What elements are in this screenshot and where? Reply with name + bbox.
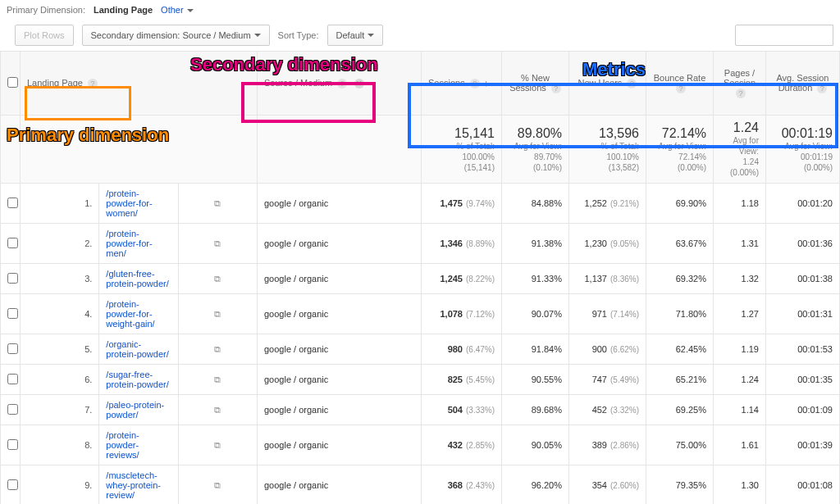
row-index: 4. — [21, 294, 99, 334]
source-medium-cell: google / organic — [258, 224, 422, 264]
pct-new-cell: 84.88% — [502, 184, 569, 224]
report-table: Landing Page ? Source / Medium ? ✕ Sessi… — [0, 51, 840, 504]
external-link-icon[interactable]: ⧉ — [214, 440, 221, 450]
external-link-icon[interactable]: ⧉ — [214, 375, 221, 384]
sessions-cell: 825(5.45%) — [422, 365, 502, 395]
table-row: 8./protein-powder-reviews/⧉google / orga… — [1, 425, 840, 465]
help-icon[interactable]: ? — [337, 79, 347, 89]
row-index: 2. — [21, 224, 99, 264]
pct-new-cell: 96.20% — [502, 465, 569, 505]
pct-new-sessions-header[interactable]: % New Sessions ? — [502, 52, 569, 116]
pages-session-header[interactable]: Pages / Session ? — [714, 52, 766, 116]
row-checkbox[interactable] — [7, 343, 18, 354]
row-checkbox[interactable] — [7, 273, 18, 284]
table-row: 4./protein-powder-for-weight-gain/⧉googl… — [1, 294, 840, 334]
row-checkbox[interactable] — [7, 198, 18, 208]
help-icon[interactable]: ? — [736, 89, 746, 98]
landing-page-link[interactable]: /muscletech-whey-protein-review/ — [106, 470, 161, 500]
primary-dimension-value[interactable]: Landing Page — [94, 5, 153, 15]
summary-sessions: 15,141 % of Total: 100.00% (15,141) — [422, 116, 502, 184]
new-users-header[interactable]: New Users ? — [569, 52, 646, 116]
bounce-rate-header[interactable]: Bounce Rate ? — [646, 52, 714, 116]
landing-page-link[interactable]: /paleo-protein-powder/ — [106, 400, 164, 420]
new-users-cell: 354(2.60%) — [569, 465, 646, 505]
summary-row: 15,141 % of Total: 100.00% (15,141) 89.8… — [1, 116, 840, 184]
chevron-down-icon — [187, 9, 194, 12]
pages-cell: 1.31 — [714, 224, 766, 264]
sessions-header[interactable]: Sessions ? ↓ — [422, 52, 502, 116]
search-box — [735, 25, 833, 46]
duration-cell: 00:01:39 — [766, 425, 840, 465]
row-checkbox[interactable] — [7, 439, 18, 450]
row-checkbox[interactable] — [7, 479, 18, 490]
external-link-icon[interactable]: ⧉ — [214, 480, 221, 490]
help-icon[interactable]: ? — [88, 79, 98, 89]
select-all-checkbox[interactable] — [7, 77, 18, 88]
chevron-down-icon — [254, 34, 261, 37]
search-input[interactable] — [735, 25, 833, 46]
landing-page-link[interactable]: /protein-powder-for-men/ — [106, 229, 152, 258]
source-medium-cell: google / organic — [258, 425, 422, 465]
avg-duration-header[interactable]: Avg. Session Duration ? — [766, 52, 840, 116]
sessions-cell: 980(6.47%) — [422, 334, 502, 365]
bounce-cell: 62.45% — [646, 334, 714, 365]
landing-page-link[interactable]: /sugar-free-protein-powder/ — [106, 370, 168, 389]
external-link-icon[interactable]: ⧉ — [214, 405, 221, 415]
sort-type-dropdown[interactable]: Default — [327, 25, 384, 46]
plot-rows-button[interactable]: Plot Rows — [15, 25, 74, 46]
pct-new-cell: 90.05% — [502, 425, 569, 465]
source-medium-cell: google / organic — [258, 365, 422, 395]
row-index: 7. — [21, 395, 99, 425]
remove-dimension-icon[interactable]: ✕ — [354, 79, 364, 89]
landing-page-link[interactable]: /protein-powder-for-weight-gain/ — [106, 299, 154, 329]
source-medium-cell: google / organic — [258, 465, 422, 505]
landing-page-link[interactable]: /protein-powder-for-women/ — [106, 188, 152, 218]
pct-new-cell: 91.84% — [502, 334, 569, 365]
table-row: 3./gluten-free-protein-powder/⧉google / … — [1, 264, 840, 294]
chevron-down-icon — [368, 34, 374, 37]
landing-page-link[interactable]: /protein-powder-reviews/ — [106, 430, 139, 460]
row-checkbox[interactable] — [7, 238, 18, 248]
source-medium-cell: google / organic — [258, 334, 422, 365]
landing-page-link[interactable]: /gluten-free-protein-powder/ — [106, 269, 168, 288]
help-icon[interactable]: ? — [627, 79, 637, 89]
select-all-cell — [1, 52, 21, 116]
duration-cell: 00:01:08 — [766, 465, 840, 505]
pages-cell: 1.27 — [714, 294, 766, 334]
table-row: 5./organic-protein-powder/⧉google / orga… — [1, 334, 840, 365]
source-medium-header[interactable]: Source / Medium ? ✕ — [258, 52, 422, 116]
help-icon[interactable]: ? — [817, 84, 827, 93]
help-icon[interactable]: ? — [551, 84, 561, 93]
help-icon[interactable]: ? — [470, 79, 480, 89]
row-checkbox[interactable] — [7, 374, 18, 384]
help-icon[interactable]: ? — [676, 84, 686, 93]
secondary-dimension-dropdown[interactable]: Secondary dimension: Source / Medium — [82, 25, 270, 46]
external-link-icon[interactable]: ⧉ — [214, 274, 221, 284]
new-users-cell: 747(5.49%) — [569, 365, 646, 395]
summary-new-users: 13,596 % of Total: 100.10% (13,582) — [569, 116, 646, 184]
landing-page-header[interactable]: Landing Page ? — [21, 52, 258, 116]
pct-new-cell: 89.68% — [502, 395, 569, 425]
duration-cell: 00:01:20 — [766, 184, 840, 224]
row-checkbox[interactable] — [7, 308, 18, 319]
table-row: 9./muscletech-whey-protein-review/⧉googl… — [1, 465, 840, 505]
new-users-cell: 1,252(9.21%) — [569, 184, 646, 224]
pages-cell: 1.30 — [714, 465, 766, 505]
new-users-cell: 900(6.62%) — [569, 334, 646, 365]
external-link-icon[interactable]: ⧉ — [214, 344, 221, 354]
table-row: 6./sugar-free-protein-powder/⧉google / o… — [1, 365, 840, 395]
landing-page-link[interactable]: /organic-protein-powder/ — [106, 339, 168, 359]
sessions-cell: 1,245(8.22%) — [422, 264, 502, 294]
bounce-cell: 69.25% — [646, 395, 714, 425]
pages-cell: 1.61 — [714, 425, 766, 465]
row-checkbox[interactable] — [7, 404, 18, 415]
pct-new-cell: 91.33% — [502, 264, 569, 294]
sessions-cell: 504(3.33%) — [422, 395, 502, 425]
summary-pct-new: 89.80% Avg for View: 89.70% (0.10%) — [502, 116, 569, 184]
new-users-cell: 1,230(9.05%) — [569, 224, 646, 264]
external-link-icon[interactable]: ⧉ — [214, 238, 221, 248]
external-link-icon[interactable]: ⧉ — [214, 198, 221, 208]
external-link-icon[interactable]: ⧉ — [214, 309, 221, 319]
summary-pages: 1.24 Avg for View: 1.24 (0.00%) — [714, 116, 766, 184]
other-link[interactable]: Other — [161, 5, 194, 15]
